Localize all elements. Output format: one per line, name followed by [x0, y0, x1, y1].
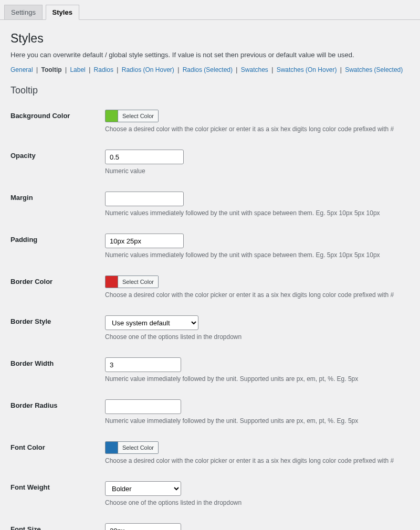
- margin-help: Numeric values immediately followed by t…: [105, 209, 410, 217]
- border-color-swatch: [106, 275, 118, 288]
- border-radius-input[interactable]: [105, 399, 181, 414]
- margin-input[interactable]: [105, 192, 184, 206]
- border-width-help: Numeric value immediately followed by th…: [105, 375, 410, 383]
- border-radius-label: Border Radius: [10, 392, 105, 434]
- padding-help: Numeric values immediately followed by t…: [105, 251, 410, 259]
- bg-color-picker[interactable]: Select Color: [105, 110, 159, 122]
- border-color-button[interactable]: Select Color: [118, 275, 158, 288]
- font-color-button[interactable]: Select Color: [118, 441, 158, 454]
- font-color-picker[interactable]: Select Color: [105, 441, 159, 454]
- subnav-label[interactable]: Label: [70, 66, 85, 73]
- subnav-swatches-hover[interactable]: Swatches (On Hover): [277, 66, 337, 73]
- subnav-swatches[interactable]: Swatches: [241, 66, 268, 73]
- subnav-tooltip[interactable]: Tooltip: [41, 66, 62, 73]
- font-weight-label: Font Weight: [10, 474, 105, 516]
- page-description: Here you can overwrite default / global …: [10, 51, 410, 59]
- font-size-input[interactable]: [105, 523, 181, 530]
- padding-input[interactable]: [105, 234, 184, 248]
- font-color-label: Font Color: [10, 434, 105, 474]
- settings-form: Background Color Select Color Choose a d…: [10, 102, 410, 530]
- subnav-general[interactable]: General: [10, 66, 33, 73]
- subnav-radios-hover[interactable]: Radios (On Hover): [122, 66, 174, 73]
- subnav-radios[interactable]: Radios: [94, 66, 113, 73]
- section-heading: Tooltip: [10, 85, 410, 96]
- font-weight-help: Choose one of the options listed in the …: [105, 499, 410, 506]
- border-style-select[interactable]: Use system default: [105, 315, 198, 330]
- font-color-help: Choose a desired color with the color pi…: [105, 457, 410, 464]
- opacity-input[interactable]: [105, 150, 184, 164]
- bg-color-help: Choose a desired color with the color pi…: [105, 125, 410, 133]
- bg-color-label: Background Color: [10, 102, 105, 142]
- font-color-swatch: [106, 441, 118, 454]
- border-radius-help: Numeric value immediately followed by th…: [105, 417, 410, 425]
- font-size-label: Font Size: [10, 516, 105, 530]
- margin-label: Margin: [10, 184, 105, 226]
- main-tabs: Settings Styles: [0, 0, 420, 20]
- border-style-help: Choose one of the options listed in the …: [105, 333, 410, 341]
- border-style-label: Border Style: [10, 308, 105, 350]
- tab-styles[interactable]: Styles: [46, 5, 79, 20]
- opacity-help: Numeric value: [105, 167, 410, 175]
- border-width-input[interactable]: [105, 357, 181, 372]
- padding-label: Padding: [10, 226, 105, 268]
- font-weight-select[interactable]: Bolder: [105, 481, 181, 496]
- border-color-label: Border Color: [10, 268, 105, 308]
- bg-color-swatch: [106, 110, 118, 122]
- subnav-radios-selected[interactable]: Radios (Selected): [183, 66, 233, 73]
- section-subnav: General | Tooltip | Label | Radios | Rad…: [10, 66, 410, 73]
- bg-color-button[interactable]: Select Color: [118, 110, 158, 122]
- border-width-label: Border Width: [10, 350, 105, 392]
- opacity-label: Opacity: [10, 142, 105, 184]
- tab-settings[interactable]: Settings: [4, 5, 43, 19]
- subnav-swatches-selected[interactable]: Swatches (Selected): [345, 66, 403, 73]
- border-color-picker[interactable]: Select Color: [105, 275, 159, 288]
- border-color-help: Choose a desired color with the color pi…: [105, 291, 410, 299]
- page-title: Styles: [10, 31, 410, 46]
